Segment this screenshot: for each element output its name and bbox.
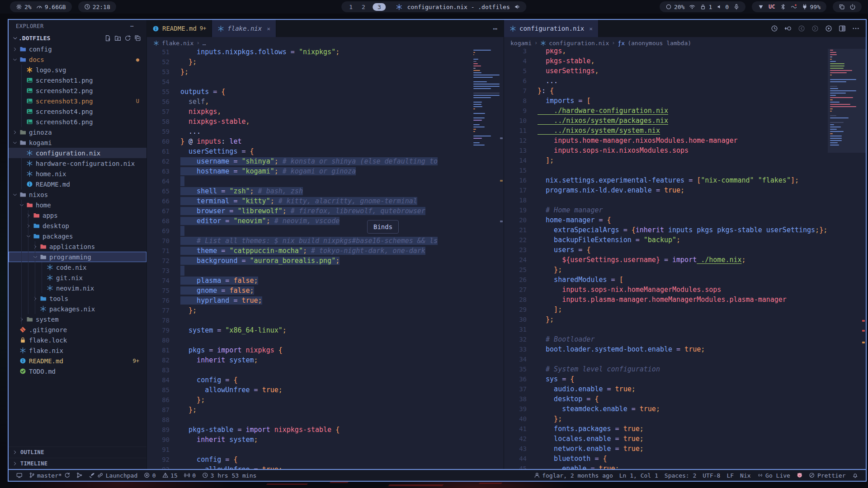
status-item-3-hrs-53-mins[interactable]: 3 hrs 53 mins: [199, 472, 259, 479]
explorer-section-dotfiles[interactable]: .DOTFILES: [9, 33, 146, 44]
tab-readme-md[interactable]: README.md9+: [147, 20, 212, 37]
tree-item-todo-md[interactable]: TODO.md: [9, 366, 146, 376]
tray-item-shield[interactable]: [758, 4, 764, 10]
status-item-master-[interactable]: master*: [26, 472, 74, 479]
status-item[interactable]: [73, 472, 86, 479]
new-file-button[interactable]: [104, 35, 111, 42]
tree-item-neovim-nix[interactable]: neovim.nix: [9, 283, 146, 293]
tray-item-wave[interactable]: [791, 4, 797, 10]
tree-item-tools[interactable]: tools: [9, 293, 146, 304]
tray-item-uc[interactable]: UC: [769, 4, 775, 10]
tree-item-screenshot1-png[interactable]: screenshot1.png: [9, 75, 146, 85]
tray-item-bluetooth[interactable]: [780, 4, 786, 10]
tray-item-plug[interactable]: 99%: [802, 4, 821, 10]
tray-item-lock[interactable]: 1: [700, 4, 712, 10]
code-editor-flake-nix[interactable]: 51 inputs.nixpkgs.follows = "nixpkgs";52…: [147, 49, 504, 469]
minimap[interactable]: [471, 49, 504, 469]
tree-item-config[interactable]: config: [9, 44, 146, 54]
tree-item-flake-nix[interactable]: flake.nix: [9, 345, 146, 356]
refresh-button[interactable]: [124, 35, 131, 42]
status-item-nix[interactable]: Nix: [737, 472, 754, 479]
status-item-15[interactable]: 15: [159, 472, 181, 479]
status-item-lf[interactable]: LF: [723, 472, 737, 479]
tree-item-system[interactable]: system: [9, 314, 146, 324]
breadcrumb-item[interactable]: flake.nix: [162, 40, 193, 47]
tree-item-flake-lock[interactable]: flake.lock: [9, 335, 146, 345]
tray-item-clock[interactable]: 22:18: [84, 4, 110, 10]
tab-flake-nix[interactable]: flake.nix×: [212, 20, 276, 37]
status-item-launchpad[interactable]: Launchpad: [86, 472, 141, 479]
tree-item-code-nix[interactable]: code.nix: [9, 262, 146, 272]
tree-item--gitignore[interactable]: .gitignore: [9, 324, 146, 335]
editor-action-history-button[interactable]: [771, 25, 778, 32]
status-item-prettier[interactable]: Prettier: [806, 472, 849, 479]
breadcrumb[interactable]: flake.nix›…: [147, 37, 504, 49]
tree-item-nixos[interactable]: nixos: [9, 189, 146, 200]
tray-item-power[interactable]: [849, 4, 856, 10]
tree-item-desktop[interactable]: desktop: [9, 221, 146, 231]
editor-action-run-button[interactable]: [825, 25, 832, 32]
breadcrumb-item[interactable]: configuration.nix: [549, 40, 609, 47]
panel-section-outline[interactable]: OUTLINE: [9, 446, 146, 458]
tree-item-screenshot6-png[interactable]: screenshot6.png: [9, 117, 146, 127]
tree-item-apps[interactable]: apps: [9, 210, 146, 221]
panel-section-timeline[interactable]: TIMELINE: [9, 458, 146, 469]
tree-item-configuration-nix[interactable]: configuration.nix: [9, 148, 146, 158]
status-item-0[interactable]: 0: [181, 472, 199, 479]
tray-item-copy[interactable]: [839, 4, 845, 10]
tree-item-git-nix[interactable]: git.nix: [9, 272, 146, 283]
status-item-0[interactable]: 0: [141, 472, 159, 479]
tray-item-volume[interactable]: 0: [717, 4, 729, 10]
status-item[interactable]: [793, 472, 806, 479]
tree-item-hardware-configuration-nix[interactable]: hardware-configuration.nix: [9, 158, 146, 169]
status-item-go-live[interactable]: Go Live: [754, 472, 793, 479]
close-tab-icon[interactable]: ×: [267, 25, 270, 32]
editor-action-navback-button[interactable]: [798, 25, 805, 32]
tree-item-readme-md[interactable]: README.md: [9, 179, 146, 189]
editor-action-dots-button[interactable]: [852, 25, 859, 32]
workspace-2[interactable]: 2: [360, 4, 367, 10]
tray-item-wifi[interactable]: [689, 4, 695, 10]
close-tab-icon[interactable]: ×: [589, 25, 593, 32]
minimap[interactable]: [828, 49, 866, 469]
workspace-1[interactable]: 1: [347, 4, 354, 10]
breadcrumb[interactable]: kogami›configuration.nix›ƒx(anonymous la…: [504, 37, 866, 49]
editor-action-compare-button[interactable]: [784, 25, 792, 32]
tree-item-home[interactable]: home: [9, 200, 146, 210]
code-editor-configuration-nix[interactable]: 3 pkgs,4 pkgs-stable,5 userSettings,6 ..…: [504, 49, 866, 469]
tray-item-circle[interactable]: 20%: [665, 4, 684, 10]
tray-item-mic[interactable]: [733, 4, 740, 10]
tree-item-home-nix[interactable]: home.nix: [9, 169, 146, 179]
tree-item-readme-md[interactable]: README.md9+: [9, 356, 146, 366]
status-item-ln-1-col-1[interactable]: Ln 1, Col 1: [616, 472, 661, 479]
tree-item-logo-svg[interactable]: logo.svg: [9, 65, 146, 75]
breadcrumb-item[interactable]: …: [203, 40, 206, 47]
tree-item-packages[interactable]: packages: [9, 231, 146, 241]
collapse-button[interactable]: [134, 35, 141, 42]
tab-configuration-nix[interactable]: configuration.nix×: [504, 20, 599, 37]
tree-item-screenshot2-png[interactable]: screenshot2.png: [9, 85, 146, 96]
tree-item-packages-nix[interactable]: packages.nix: [9, 304, 146, 314]
status-item-utf-8[interactable]: UTF-8: [699, 472, 723, 479]
editor-action-navfwd-button[interactable]: [811, 25, 819, 32]
new-folder-button[interactable]: [114, 35, 121, 42]
more-tabs-button[interactable]: ⋯: [493, 24, 497, 33]
tree-item-screenshot3-png[interactable]: screenshot3.pngU: [9, 96, 146, 106]
tray-item-gear[interactable]: 2%: [16, 4, 32, 10]
status-item-spaces-2[interactable]: Spaces: 2: [661, 472, 699, 479]
breadcrumb-item[interactable]: kogami: [510, 40, 532, 47]
status-item[interactable]: [13, 472, 26, 479]
tree-item-ginoza[interactable]: ginoza: [9, 127, 146, 137]
explorer-more-actions-button[interactable]: ⋯: [130, 23, 134, 29]
editor-action-split-button[interactable]: [839, 25, 846, 32]
tray-item-gauge[interactable]: 9.66GB: [36, 4, 66, 10]
status-item-foglar-2-months-ago[interactable]: foglar, 2 months ago: [531, 472, 616, 479]
tree-item-screenshot4-png[interactable]: screenshot4.png: [9, 106, 146, 117]
tree-item-kogami[interactable]: kogami: [9, 137, 146, 148]
status-item[interactable]: [849, 472, 862, 479]
tree-item-programming[interactable]: programming: [9, 252, 146, 262]
workspace-3[interactable]: 3: [373, 3, 386, 11]
tree-item-docs[interactable]: docs●: [9, 54, 146, 65]
breadcrumb-item[interactable]: (anonymous lambda): [627, 40, 691, 47]
tree-item-applications[interactable]: applications: [9, 241, 146, 252]
